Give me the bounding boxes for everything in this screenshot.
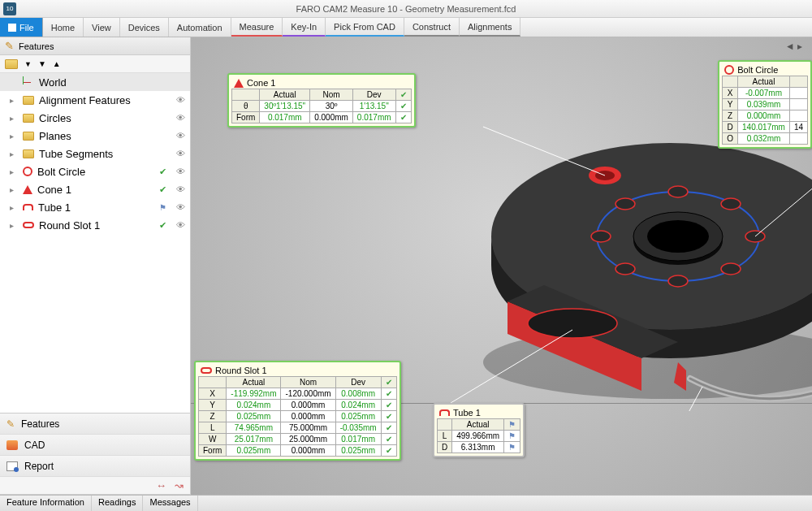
chevron-icon: ▸ — [10, 221, 18, 230]
status-tab-readings[interactable]: Readings — [92, 496, 143, 511]
callout-title: Tube 1 — [453, 408, 481, 418]
app-icon: 10 — [3, 2, 16, 15]
svg-point-5 — [647, 220, 709, 253]
panel-features[interactable]: ✎Features — [0, 414, 190, 435]
cone-icon — [234, 79, 244, 88]
tree-item[interactable]: ▸Cone 1✔👁 — [0, 180, 190, 198]
file-label: File — [19, 23, 34, 32]
callout-tube1[interactable]: Tube 1 Actual⚑ L499.966mm⚑ D6.313mm⚑ — [433, 403, 525, 457]
svg-point-14 — [615, 198, 635, 210]
new-folder-icon[interactable] — [5, 59, 18, 69]
tree-item[interactable]: ▸Round Slot 1✔👁 — [0, 216, 190, 234]
tab-view[interactable]: View — [84, 18, 120, 37]
expand-icon[interactable]: ▲ — [53, 59, 61, 68]
status-tab-messages[interactable]: Messages — [143, 496, 197, 511]
flag-icon: ⚑ — [508, 420, 516, 429]
panel-cad[interactable]: CAD — [0, 435, 190, 456]
ribbon: File Home View Devices Automation Measur… — [0, 18, 812, 37]
eye-icon[interactable]: 👁 — [174, 149, 187, 158]
curve-icon[interactable]: ↝ — [175, 479, 184, 492]
viewport-3d[interactable]: ◄ ▸ — [191, 37, 812, 495]
eye-icon[interactable]: 👁 — [174, 167, 187, 176]
tab-devices[interactable]: Devices — [120, 18, 169, 37]
side-mini-toolbar: ↔ ↝ — [0, 477, 190, 495]
svg-point-13 — [591, 231, 611, 242]
tree-item[interactable]: ▸Alignment Features👁 — [0, 91, 190, 109]
callout-bolt-circle[interactable]: Bolt Circle Actual X-0.007mm Y0.039mm Z0… — [718, 60, 812, 149]
titlebar: 10 FARO CAM2 Measure 10 - Geometry Measu… — [0, 0, 812, 18]
svg-point-12 — [615, 263, 635, 275]
file-tab[interactable]: File — [0, 18, 43, 37]
eye-icon[interactable]: 👁 — [174, 184, 187, 194]
report-icon — [6, 461, 18, 471]
callout-table: Actual X-0.007mm Y0.039mm Z0.000mm D140.… — [722, 76, 808, 145]
tree-item[interactable]: World — [0, 73, 190, 91]
callout-title: Round Slot 1 — [215, 366, 267, 375]
tree-item-label: Tube 1 — [38, 201, 151, 214]
tree-item[interactable]: ▸Planes👁 — [0, 127, 190, 145]
callout-round-slot[interactable]: Round Slot 1 ActualNomDev✔ X-119.992mm-1… — [194, 361, 401, 461]
svg-line-18 — [483, 127, 605, 175]
slot-icon — [201, 367, 212, 374]
svg-point-10 — [721, 263, 741, 275]
folder-icon — [23, 149, 34, 158]
tab-pickfromcad[interactable]: Pick From CAD — [326, 18, 404, 37]
chevron-icon: ▸ — [10, 114, 18, 123]
features-panel-label: Features — [19, 41, 54, 51]
tab-measure[interactable]: Measure — [231, 18, 283, 37]
tube-icon — [439, 409, 450, 416]
axes-icon — [23, 76, 34, 88]
chevron-icon: ▸ — [10, 132, 18, 141]
eye-icon[interactable]: 👁 — [174, 113, 187, 123]
folder-icon — [23, 114, 34, 123]
chevron-icon: ▸ — [10, 185, 18, 194]
cad-icon — [6, 440, 18, 450]
tab-construct[interactable]: Construct — [404, 18, 460, 37]
tree-item-label: Round Slot 1 — [39, 219, 151, 232]
tube-icon — [23, 204, 33, 210]
tree-item-label: Circles — [39, 112, 169, 124]
eye-icon[interactable]: 👁 — [174, 95, 187, 105]
tab-automation[interactable]: Automation — [169, 18, 231, 37]
dimension-icon[interactable]: ↔ — [156, 479, 166, 492]
wand-icon: ✎ — [6, 418, 15, 430]
features-panel-header[interactable]: ✎ Features — [0, 37, 190, 55]
tree-item-label: World — [39, 76, 169, 89]
tab-home[interactable]: Home — [43, 18, 84, 37]
check-icon: ✔ — [156, 167, 169, 177]
window-title: FARO CAM2 Measure 10 - Geometry Measurem… — [296, 4, 516, 14]
wand-icon: ✎ — [5, 40, 14, 52]
chevron-icon: ▸ — [10, 203, 18, 212]
chevron-icon: ▸ — [10, 96, 18, 105]
callout-table: ActualNomDev✔ θ30º1'13.15"30º1'13.15"✔ F… — [231, 89, 412, 123]
cad-model[interactable] — [434, 119, 812, 411]
circle-icon — [23, 167, 32, 176]
callout-title: Cone 1 — [247, 78, 275, 88]
feature-tree[interactable]: World▸Alignment Features👁▸Circles👁▸Plane… — [0, 73, 190, 413]
callout-table: Actual⚑ L499.966mm⚑ D6.313mm⚑ — [437, 418, 520, 453]
tab-keyin[interactable]: Key-In — [283, 18, 326, 37]
tree-item-label: Bolt Circle — [37, 166, 151, 178]
folder-icon — [23, 96, 34, 105]
collapse-icon[interactable]: ▼ — [38, 59, 46, 68]
callout-cone1[interactable]: Cone 1 ActualNomDev✔ θ30º1'13.15"30º1'13… — [227, 73, 416, 128]
svg-point-8 — [721, 198, 741, 210]
status-tab-feature-info[interactable]: Feature Information — [0, 496, 92, 511]
folder-dropdown-icon[interactable]: ▼ — [24, 60, 32, 68]
tree-item-label: Cone 1 — [37, 184, 151, 196]
panel-report[interactable]: Report — [0, 456, 190, 477]
tree-item[interactable]: ▸Tube Segments👁 — [0, 145, 190, 162]
tree-item[interactable]: ▸Tube 1⚑👁 — [0, 198, 190, 216]
slot-icon — [23, 222, 34, 228]
sidebar: ✎ Features ▼ ▼ ▲ World▸Alignment Feature… — [0, 37, 191, 495]
tree-item-label: Tube Segments — [39, 148, 169, 160]
eye-icon[interactable]: 👁 — [174, 131, 187, 141]
eye-icon[interactable]: 👁 — [174, 202, 187, 212]
chevron-icon: ▸ — [10, 149, 18, 158]
view-nav-arrows[interactable]: ◄ ▸ — [785, 41, 802, 52]
eye-icon[interactable]: 👁 — [174, 220, 187, 230]
tree-item[interactable]: ▸Bolt Circle✔👁 — [0, 162, 190, 180]
features-toolbar: ▼ ▼ ▲ — [0, 55, 190, 73]
tree-item[interactable]: ▸Circles👁 — [0, 109, 190, 127]
tab-alignments[interactable]: Alignments — [460, 18, 520, 37]
